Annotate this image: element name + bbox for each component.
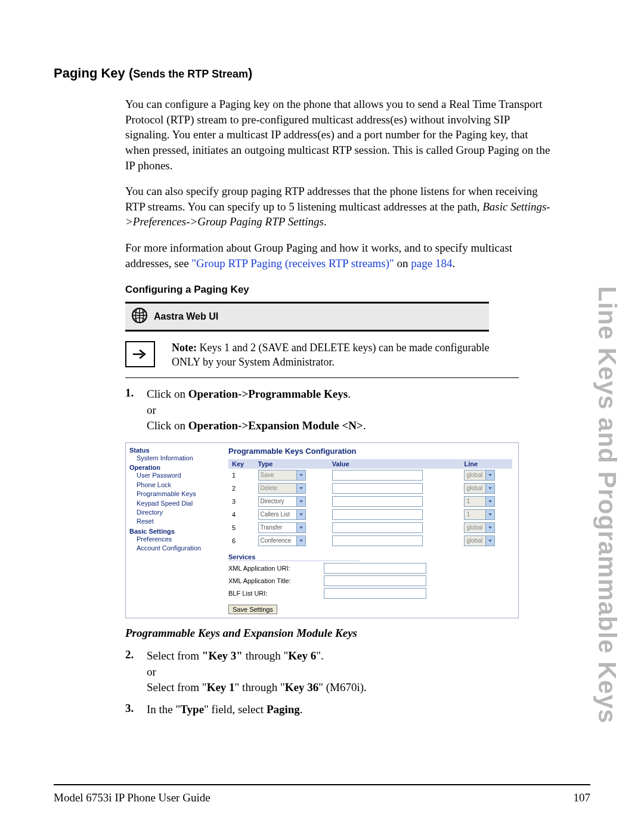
step-1: 1. Click on Operation->Programmable Keys… <box>125 386 519 434</box>
nav-basic-hdr: Basic Settings <box>129 528 219 535</box>
side-tab: Line Keys and Programmable Keys <box>593 286 621 724</box>
s2e: ". <box>316 649 324 662</box>
table-row: 2Deleteglobal <box>228 482 512 495</box>
save-settings-button[interactable]: Save Settings <box>228 605 277 614</box>
para3-end: . <box>452 257 455 270</box>
link-group-rtp[interactable]: "Group RTP Paging (receives RTP streams)… <box>191 257 394 270</box>
nav-account-configuration[interactable]: Account Configuration <box>129 544 219 553</box>
service-input-1[interactable] <box>324 575 426 586</box>
s2g: Key 1 <box>207 681 235 693</box>
heading-close: ) <box>248 66 252 80</box>
s1c: . <box>348 388 351 400</box>
s1d: Click on <box>147 419 188 432</box>
webui-label: Aastra Web UI <box>154 311 218 322</box>
col-value: Value <box>329 459 461 469</box>
service-input-2[interactable] <box>324 588 426 599</box>
s2f: Select from " <box>147 681 207 693</box>
table-row: 4Callers List1 <box>228 508 512 521</box>
footer-page-number: 107 <box>574 791 591 804</box>
col-key: Key <box>228 459 255 469</box>
nav-user-password[interactable]: User Password <box>129 471 219 480</box>
s2j: " (M670i). <box>318 681 367 693</box>
ui-main: Programmable Keys Configuration Key Type… <box>222 443 518 618</box>
para2-c: . <box>324 215 327 228</box>
nav-preferences[interactable]: Preferences <box>129 535 219 544</box>
s2c: through " <box>243 649 288 662</box>
step-2-num: 2. <box>125 648 138 696</box>
s1a: Click on <box>147 388 188 400</box>
arrow-right-icon <box>125 341 155 367</box>
note-row: Note: Keys 1 and 2 (SAVE and DELETE keys… <box>125 341 519 378</box>
footer-rule <box>54 784 590 785</box>
value-input-1[interactable] <box>332 470 423 481</box>
type-select-1: Save <box>258 470 306 481</box>
s2h: " through " <box>235 681 285 693</box>
line-select-6: global <box>464 535 495 546</box>
s2b: "Key 3" <box>202 649 243 662</box>
chevron-down-icon <box>296 510 305 519</box>
nav-status-hdr: Status <box>129 447 219 454</box>
note-label: Note: <box>172 342 197 354</box>
ui-screenshot: Status System Information Operation User… <box>125 442 519 618</box>
table-row: 6Conferenceglobal <box>228 534 512 547</box>
nav-phone-lock[interactable]: Phone Lock <box>129 481 219 490</box>
value-input-5[interactable] <box>332 522 423 533</box>
step-3: 3. In the "Type" field, select Paging. <box>125 702 519 718</box>
cell-key: 3 <box>228 495 255 508</box>
step-1-num: 1. <box>125 386 138 434</box>
chevron-down-icon <box>296 536 305 546</box>
s2i: Key 36 <box>285 681 318 693</box>
globe-icon <box>131 307 148 326</box>
cell-key: 1 <box>228 469 255 482</box>
s3e: . <box>300 703 303 716</box>
table-row: 3Directory1 <box>228 495 512 508</box>
type-select-3[interactable]: Directory <box>258 496 306 507</box>
value-input-4[interactable] <box>332 509 423 520</box>
nav-directory[interactable]: Directory <box>129 508 219 517</box>
nav-reset[interactable]: Reset <box>129 517 219 526</box>
nav-system-information[interactable]: System Information <box>129 454 219 463</box>
line-select-1: global <box>464 470 495 481</box>
value-input-6[interactable] <box>332 535 423 546</box>
type-select-2: Delete <box>258 483 306 494</box>
s1f: . <box>363 419 366 432</box>
s3d: Paging <box>267 703 300 716</box>
chevron-down-icon <box>296 470 305 480</box>
nav-programmable-keys[interactable]: Programmable Keys <box>129 490 219 498</box>
step-3-num: 3. <box>125 702 138 718</box>
value-input-2[interactable] <box>332 483 423 494</box>
para2-a: You can also specify group paging RTP ad… <box>125 185 538 213</box>
link-page-184[interactable]: page 184 <box>411 257 452 270</box>
s2a: Select from <box>147 649 202 662</box>
chevron-down-icon <box>485 510 494 519</box>
chevron-down-icon <box>485 484 494 493</box>
service-label: BLF List URI: <box>228 590 306 597</box>
type-select-4[interactable]: Callers List <box>258 509 306 520</box>
sub-italic: Programmable Keys and Expansion Module K… <box>125 627 519 640</box>
chevron-down-icon <box>296 497 305 506</box>
s2d: Key 6 <box>288 649 316 662</box>
nav-operation-hdr: Operation <box>129 464 219 471</box>
type-select-6[interactable]: Conference <box>258 535 306 546</box>
chevron-down-icon <box>485 536 494 546</box>
value-input-3[interactable] <box>332 496 423 507</box>
s1or: or <box>147 404 156 416</box>
col-type: Type <box>255 459 329 469</box>
nav-keypad-speed-dial[interactable]: Keypad Speed Dial <box>129 499 219 508</box>
cell-key: 5 <box>228 521 255 534</box>
service-input-0[interactable] <box>324 563 426 574</box>
line-select-4: 1 <box>464 509 495 520</box>
chevron-down-icon <box>296 484 305 493</box>
chevron-down-icon <box>296 523 305 532</box>
type-select-5[interactable]: Transfer <box>258 522 306 533</box>
table-row: 1Saveglobal <box>228 469 512 482</box>
page-title: Paging Key (Sends the RTP Stream) <box>54 66 590 81</box>
s1b: Operation->Programmable Keys <box>188 388 348 400</box>
services-heading: Services <box>228 553 360 561</box>
webui-bar: Aastra Web UI <box>125 302 489 332</box>
line-select-3: 1 <box>464 496 495 507</box>
service-row: BLF List URI: <box>228 588 512 599</box>
s3a: In the " <box>147 703 180 716</box>
para3-mid: on <box>394 257 411 270</box>
ui-nav: Status System Information Operation User… <box>126 443 222 618</box>
